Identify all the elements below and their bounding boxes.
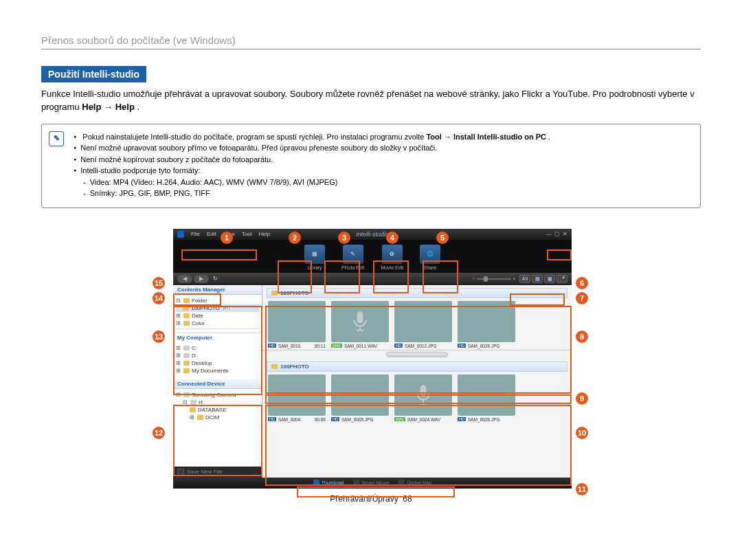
format-badge: HD [268,344,276,348]
folder-icon [183,368,190,373]
bottom-grid-section: 100PHOTO HDSAM_0004.00:08HDSAM_0005.JPGW… [262,359,572,423]
grip-icon [386,352,448,357]
close-button[interactable]: ✕ [563,231,567,237]
callout-4: 4 [386,232,398,244]
thumbnail-image [331,301,389,342]
callout-6: 6 [576,277,588,289]
camera-icon [183,392,190,397]
bottombar: Thumbnail Smart Album Global Map [173,478,572,489]
thumbnail-caption: WAVSAM_0024.WAV [394,416,452,422]
menu-file[interactable]: File [191,231,200,237]
callout-10: 10 [576,427,588,439]
contents-manager-header[interactable]: Contents Manager [173,285,262,295]
grid-header-top-label: 100PHOTO [280,290,309,296]
movieedit-label: Movie Edit [381,265,403,270]
tree-desktop[interactable]: Desktop [192,360,212,366]
mode-movieedit[interactable]: ✿ Movie Edit [381,245,403,270]
nav-back[interactable]: ◀ [177,275,192,283]
menu-help[interactable]: Help [259,231,270,237]
callout-9: 9 [576,392,588,405]
bottom-smart[interactable]: Smart Album [353,480,389,486]
filter-photo-icon[interactable]: ▤ [532,275,543,283]
mycomputer-label: My Computer [177,335,212,341]
tree-h[interactable]: H: [199,399,204,405]
thumbnail-caption: HDSAM_0004.00:08 [268,416,326,422]
thumbnail[interactable]: WAVSAM_0011.WAV [331,301,389,348]
tree-samsung[interactable]: Samsung Camera [192,392,236,398]
tree-folder[interactable]: Folder [192,298,207,304]
thumbnail[interactable]: HDSAM_0010.00:11 [268,301,326,348]
callout-3: 3 [338,232,350,244]
thumbnail-name: SAM_0012.JPG [405,344,437,348]
tree-database[interactable]: DATABASE [198,407,227,413]
bottom-thumbnail-label: Thumbnail [322,480,344,485]
note4b: Snímky: JPG, GIF, BMP, PNG, TIFF [74,188,550,199]
tree-mydocs[interactable]: My Documents [192,368,228,374]
save-new-file[interactable]: Save New File [173,467,262,478]
thumbnail-caption: HDSAM_0026.JPG [458,342,515,348]
mode-share[interactable]: 🌐 Share [420,245,440,270]
svg-rect-3 [420,385,427,396]
format-badge: WAV [331,344,342,348]
thumbnail[interactable]: HDSAM_0012.JPG [394,301,452,348]
tree-dcim[interactable]: DCIM [205,414,219,421]
share-icon: 🌐 [420,245,440,264]
tree-color[interactable]: Color [192,320,205,326]
thumbnail[interactable]: HDSAM_0026.JPG [458,374,515,422]
connected-device-header[interactable]: Connected Device [173,379,262,389]
intro-help1: Help [82,102,101,112]
zoom-out-icon[interactable]: ▫ [473,276,475,282]
drive-icon [183,346,190,350]
grid-header-top[interactable]: 100PHOTO [267,288,567,298]
mode-photoedit[interactable]: ✎ PHoto Edit [341,245,364,270]
split-handle[interactable] [262,350,572,359]
thumbnail-image [268,301,326,342]
section-title: Použití Intelli-studio [41,66,146,82]
callout-14: 14 [153,292,165,304]
maximize-button[interactable]: ▢ [554,231,560,237]
nav-forward[interactable]: ▶ [194,275,209,283]
note4: Intelli-studio podporuje tyto formáty: [74,165,550,177]
note-icon: ✎ [49,131,64,146]
thumbnail-name: SAM_0004. [278,417,302,422]
zoom-in-icon[interactable]: ▪ [513,276,515,282]
bottom-thumbnail[interactable]: Thumbnail [313,480,344,486]
filter-movie-icon[interactable]: ▣ [544,275,555,283]
mode-library[interactable]: ▦ Library [304,245,325,270]
note1-a: Pokud nainstalujete Intelli-studio do po… [82,133,426,141]
save-label: Save New File [187,469,223,475]
zoom-slider[interactable]: ▫ ▪ [473,276,515,282]
drive-icon [190,400,196,405]
save-icon [177,469,184,475]
thumbnail-caption: WAVSAM_0011.WAV [331,342,389,348]
grid-header-bot[interactable]: 100PHOTO [267,361,567,372]
format-badge: HD [394,344,403,348]
tree-date[interactable]: Date [192,313,203,319]
filter-audio-icon[interactable]: 🎤 [556,275,567,283]
refresh-icon[interactable]: ↻ [213,276,218,282]
thumbnail[interactable]: WAVSAM_0024.WAV [394,374,452,422]
format-badge: HD [458,344,466,348]
callout-5: 5 [436,232,449,244]
content-area: 100PHOTO HDSAM_0010.00:11WAVSAM_0011.WAV… [262,285,572,478]
photoedit-label: PHoto Edit [341,265,364,270]
thumbnail[interactable]: HDSAM_0005.JPG [331,374,389,422]
app-window: File Edit View Tool Help Intelli-studio … [173,229,572,489]
tree-100photo[interactable]: 100PHOTO [191,305,220,311]
folder-icon [183,321,190,326]
menu-edit[interactable]: Edit [207,231,216,237]
menu-tool[interactable]: Tool [242,231,252,237]
thumbnail[interactable]: HDSAM_0004.00:08 [268,374,326,422]
minimize-button[interactable]: — [546,231,552,237]
note3: Není možné kopírovat soubory z počítače … [74,154,550,166]
tree-d[interactable]: D: [192,352,197,359]
thumbnail[interactable]: HDSAM_0026.JPG [458,301,515,348]
thumbnail-image [458,301,515,342]
app-body: Contents Manager ⊟Folder 100PHOTO[97] ⊞D… [173,285,572,478]
mycomputer-header[interactable]: My Computer [173,333,262,342]
thumbnail-duration: 00:08 [315,417,326,422]
bottom-globalmap[interactable]: Global Map [398,480,431,486]
top-grid-section: 100PHOTO HDSAM_0010.00:11WAVSAM_0011.WAV… [262,285,572,350]
filter-all[interactable]: All [519,275,530,283]
tree-c[interactable]: C: [192,345,197,351]
